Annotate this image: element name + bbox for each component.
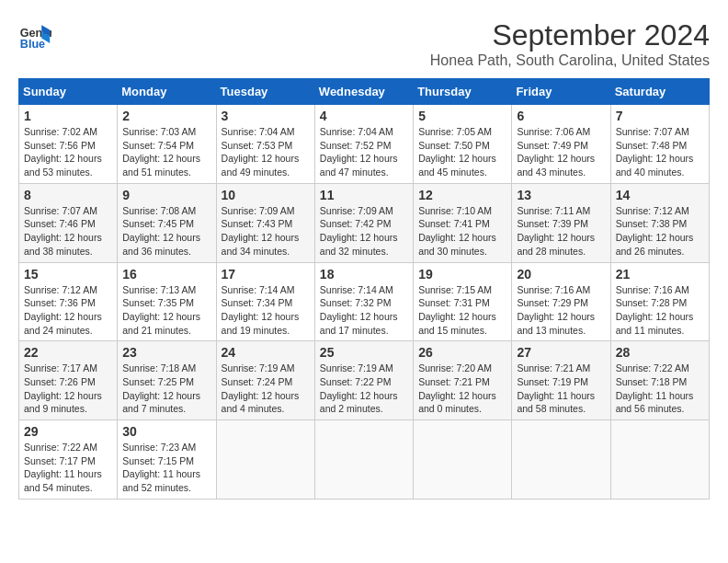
svg-text:Blue: Blue bbox=[20, 38, 45, 51]
day-number: 7 bbox=[616, 109, 704, 123]
day-info: Sunrise: 7:07 AM Sunset: 7:46 PM Dayligh… bbox=[24, 204, 112, 259]
day-number: 25 bbox=[320, 345, 408, 360]
day-info: Sunrise: 7:07 AM Sunset: 7:48 PM Dayligh… bbox=[616, 125, 704, 179]
calendar-cell: 1Sunrise: 7:02 AM Sunset: 7:56 PM Daylig… bbox=[19, 105, 118, 184]
calendar-cell: 10Sunrise: 7:09 AM Sunset: 7:43 PM Dayli… bbox=[216, 183, 314, 262]
day-info: Sunrise: 7:13 AM Sunset: 7:35 PM Dayligh… bbox=[122, 283, 210, 338]
day-info: Sunrise: 7:03 AM Sunset: 7:54 PM Dayligh… bbox=[122, 125, 210, 179]
day-info: Sunrise: 7:21 AM Sunset: 7:19 PM Dayligh… bbox=[517, 362, 605, 416]
calendar-cell: 7Sunrise: 7:07 AM Sunset: 7:48 PM Daylig… bbox=[610, 105, 709, 184]
day-number: 11 bbox=[320, 188, 408, 202]
day-number: 26 bbox=[418, 345, 506, 360]
calendar-week-row: 15Sunrise: 7:12 AM Sunset: 7:36 PM Dayli… bbox=[19, 262, 710, 341]
calendar-cell: 16Sunrise: 7:13 AM Sunset: 7:35 PM Dayli… bbox=[118, 262, 216, 341]
day-number: 6 bbox=[517, 109, 605, 123]
day-info: Sunrise: 7:04 AM Sunset: 7:52 PM Dayligh… bbox=[320, 125, 408, 179]
month-title: September 2024 bbox=[430, 18, 710, 52]
calendar-week-row: 8Sunrise: 7:07 AM Sunset: 7:46 PM Daylig… bbox=[19, 183, 710, 262]
day-number: 29 bbox=[24, 424, 112, 439]
day-info: Sunrise: 7:05 AM Sunset: 7:50 PM Dayligh… bbox=[418, 125, 506, 179]
calendar-cell: 26Sunrise: 7:20 AM Sunset: 7:21 PM Dayli… bbox=[414, 341, 512, 420]
day-number: 24 bbox=[222, 345, 310, 360]
calendar-cell: 30Sunrise: 7:23 AM Sunset: 7:15 PM Dayli… bbox=[118, 420, 216, 500]
weekday-header-thursday: Thursday bbox=[414, 79, 512, 105]
calendar-cell: 8Sunrise: 7:07 AM Sunset: 7:46 PM Daylig… bbox=[19, 183, 118, 262]
calendar-cell bbox=[414, 420, 512, 500]
day-number: 22 bbox=[24, 345, 112, 360]
day-info: Sunrise: 7:06 AM Sunset: 7:49 PM Dayligh… bbox=[517, 125, 605, 179]
day-number: 9 bbox=[122, 188, 210, 202]
day-number: 13 bbox=[517, 188, 605, 202]
calendar-cell: 18Sunrise: 7:14 AM Sunset: 7:32 PM Dayli… bbox=[314, 262, 413, 341]
calendar-week-row: 22Sunrise: 7:17 AM Sunset: 7:26 PM Dayli… bbox=[19, 341, 710, 420]
day-info: Sunrise: 7:22 AM Sunset: 7:17 PM Dayligh… bbox=[24, 441, 112, 495]
calendar-cell: 29Sunrise: 7:22 AM Sunset: 7:17 PM Dayli… bbox=[19, 420, 118, 500]
calendar-cell: 22Sunrise: 7:17 AM Sunset: 7:26 PM Dayli… bbox=[19, 341, 118, 420]
calendar-cell: 23Sunrise: 7:18 AM Sunset: 7:25 PM Dayli… bbox=[118, 341, 216, 420]
day-number: 1 bbox=[24, 109, 112, 123]
calendar-week-row: 1Sunrise: 7:02 AM Sunset: 7:56 PM Daylig… bbox=[19, 105, 710, 184]
calendar-cell: 6Sunrise: 7:06 AM Sunset: 7:49 PM Daylig… bbox=[512, 105, 610, 184]
weekday-header-tuesday: Tuesday bbox=[216, 79, 314, 105]
day-info: Sunrise: 7:15 AM Sunset: 7:31 PM Dayligh… bbox=[418, 283, 506, 338]
day-info: Sunrise: 7:17 AM Sunset: 7:26 PM Dayligh… bbox=[24, 362, 112, 416]
location-subtitle: Honea Path, South Carolina, United State… bbox=[430, 52, 710, 69]
calendar-cell bbox=[512, 420, 610, 500]
day-number: 5 bbox=[418, 109, 506, 123]
day-number: 8 bbox=[24, 188, 112, 202]
day-number: 20 bbox=[517, 267, 605, 282]
calendar-cell: 21Sunrise: 7:16 AM Sunset: 7:28 PM Dayli… bbox=[610, 262, 709, 341]
header: General Blue September 2024 Honea Path, … bbox=[18, 18, 710, 69]
calendar-week-row: 29Sunrise: 7:22 AM Sunset: 7:17 PM Dayli… bbox=[19, 420, 710, 500]
calendar-cell: 4Sunrise: 7:04 AM Sunset: 7:52 PM Daylig… bbox=[314, 105, 413, 184]
day-number: 28 bbox=[616, 345, 704, 360]
day-number: 3 bbox=[222, 109, 310, 123]
weekday-header-sunday: Sunday bbox=[19, 79, 118, 105]
day-info: Sunrise: 7:16 AM Sunset: 7:28 PM Dayligh… bbox=[616, 283, 704, 338]
day-number: 19 bbox=[418, 267, 506, 282]
day-number: 10 bbox=[222, 188, 310, 202]
calendar-cell: 13Sunrise: 7:11 AM Sunset: 7:39 PM Dayli… bbox=[512, 183, 610, 262]
logo: General Blue bbox=[18, 18, 51, 52]
calendar-cell: 15Sunrise: 7:12 AM Sunset: 7:36 PM Dayli… bbox=[19, 262, 118, 341]
day-info: Sunrise: 7:22 AM Sunset: 7:18 PM Dayligh… bbox=[616, 362, 704, 416]
day-info: Sunrise: 7:02 AM Sunset: 7:56 PM Dayligh… bbox=[24, 125, 112, 179]
calendar-cell: 2Sunrise: 7:03 AM Sunset: 7:54 PM Daylig… bbox=[118, 105, 216, 184]
calendar-cell: 20Sunrise: 7:16 AM Sunset: 7:29 PM Dayli… bbox=[512, 262, 610, 341]
day-number: 2 bbox=[122, 109, 210, 123]
day-number: 23 bbox=[122, 345, 210, 360]
calendar-cell: 24Sunrise: 7:19 AM Sunset: 7:24 PM Dayli… bbox=[216, 341, 314, 420]
day-number: 21 bbox=[616, 267, 704, 282]
calendar-cell: 14Sunrise: 7:12 AM Sunset: 7:38 PM Dayli… bbox=[610, 183, 709, 262]
calendar-cell: 25Sunrise: 7:19 AM Sunset: 7:22 PM Dayli… bbox=[314, 341, 413, 420]
day-info: Sunrise: 7:20 AM Sunset: 7:21 PM Dayligh… bbox=[418, 362, 506, 416]
day-number: 4 bbox=[320, 109, 408, 123]
calendar-cell: 17Sunrise: 7:14 AM Sunset: 7:34 PM Dayli… bbox=[216, 262, 314, 341]
day-info: Sunrise: 7:11 AM Sunset: 7:39 PM Dayligh… bbox=[517, 204, 605, 259]
day-info: Sunrise: 7:14 AM Sunset: 7:32 PM Dayligh… bbox=[320, 283, 408, 338]
weekday-header-friday: Friday bbox=[512, 79, 610, 105]
day-info: Sunrise: 7:18 AM Sunset: 7:25 PM Dayligh… bbox=[122, 362, 210, 416]
weekday-header-saturday: Saturday bbox=[610, 79, 709, 105]
title-area: September 2024 Honea Path, South Carolin… bbox=[430, 18, 710, 69]
day-info: Sunrise: 7:23 AM Sunset: 7:15 PM Dayligh… bbox=[122, 441, 210, 495]
day-number: 17 bbox=[222, 267, 310, 282]
calendar-cell: 3Sunrise: 7:04 AM Sunset: 7:53 PM Daylig… bbox=[216, 105, 314, 184]
calendar-cell: 28Sunrise: 7:22 AM Sunset: 7:18 PM Dayli… bbox=[610, 341, 709, 420]
calendar-table: SundayMondayTuesdayWednesdayThursdayFrid… bbox=[18, 78, 710, 500]
day-info: Sunrise: 7:19 AM Sunset: 7:22 PM Dayligh… bbox=[320, 362, 408, 416]
day-info: Sunrise: 7:04 AM Sunset: 7:53 PM Dayligh… bbox=[222, 125, 310, 179]
logo-icon: General Blue bbox=[18, 18, 51, 52]
calendar-cell: 12Sunrise: 7:10 AM Sunset: 7:41 PM Dayli… bbox=[414, 183, 512, 262]
calendar-cell bbox=[610, 420, 709, 500]
weekday-header-monday: Monday bbox=[118, 79, 216, 105]
calendar-cell bbox=[314, 420, 413, 500]
day-number: 16 bbox=[122, 267, 210, 282]
day-number: 27 bbox=[517, 345, 605, 360]
calendar-cell: 27Sunrise: 7:21 AM Sunset: 7:19 PM Dayli… bbox=[512, 341, 610, 420]
day-info: Sunrise: 7:08 AM Sunset: 7:45 PM Dayligh… bbox=[122, 204, 210, 259]
calendar-header-row: SundayMondayTuesdayWednesdayThursdayFrid… bbox=[19, 79, 710, 105]
calendar-cell: 9Sunrise: 7:08 AM Sunset: 7:45 PM Daylig… bbox=[118, 183, 216, 262]
day-info: Sunrise: 7:09 AM Sunset: 7:43 PM Dayligh… bbox=[222, 204, 310, 259]
day-number: 12 bbox=[418, 188, 506, 202]
